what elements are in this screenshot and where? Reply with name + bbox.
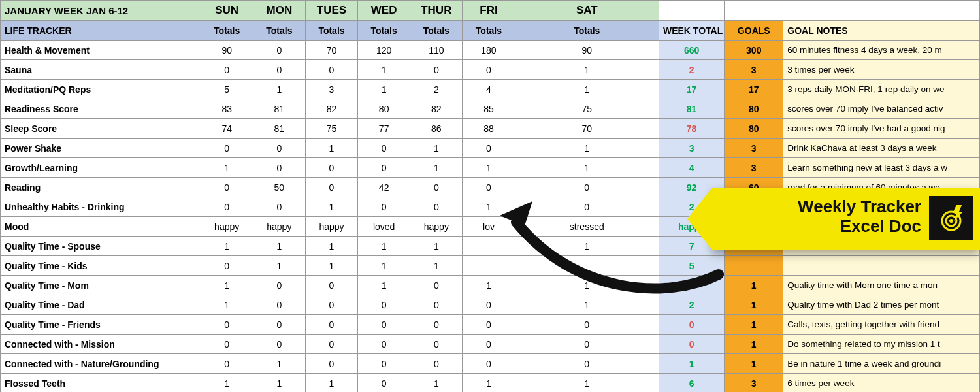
day-cell[interactable]: 0: [253, 295, 305, 315]
goal-cell[interactable]: 300: [725, 41, 783, 60]
day-cell[interactable]: 1: [253, 374, 305, 393]
day-cell[interactable]: [463, 237, 515, 256]
row-label[interactable]: Reading: [1, 178, 201, 197]
day-cell[interactable]: 110: [410, 41, 463, 60]
row-label[interactable]: Quality Time - Kids: [1, 256, 201, 276]
day-cell[interactable]: 1: [410, 374, 463, 393]
day-cell[interactable]: 1: [515, 374, 659, 393]
goal-cell[interactable]: [725, 217, 783, 237]
day-cell[interactable]: 83: [201, 99, 253, 119]
day-cell[interactable]: 86: [410, 119, 463, 139]
day-cell[interactable]: happy: [253, 217, 305, 237]
goal-note-cell[interactable]: scores over 70 imply I've had a good nig: [783, 119, 980, 139]
day-cell[interactable]: 1: [410, 237, 463, 256]
day-cell[interactable]: 0: [463, 295, 515, 315]
day-cell[interactable]: 85: [463, 99, 515, 119]
goal-cell[interactable]: 3: [725, 158, 783, 178]
day-cell[interactable]: 90: [201, 41, 253, 60]
day-cell[interactable]: 0: [358, 158, 410, 178]
day-cell[interactable]: 81: [253, 119, 305, 139]
day-cell[interactable]: 50: [253, 178, 305, 197]
day-cell[interactable]: 1: [201, 158, 253, 178]
day-cell[interactable]: 0: [463, 60, 515, 80]
row-label[interactable]: Growth/Learning: [1, 158, 201, 178]
goal-cell[interactable]: 1: [725, 276, 783, 295]
day-cell[interactable]: 75: [305, 119, 357, 139]
day-cell[interactable]: 4: [463, 80, 515, 99]
goal-cell[interactable]: [725, 197, 783, 217]
day-cell[interactable]: 70: [305, 41, 357, 60]
day-cell[interactable]: 0: [305, 60, 357, 80]
goal-note-cell[interactable]: read for a minimum of 60 minutes a we: [783, 178, 980, 197]
day-cell[interactable]: 1: [201, 374, 253, 393]
goal-cell[interactable]: 1: [725, 295, 783, 315]
goal-note-cell[interactable]: Do something related to my mission 1 t: [783, 335, 980, 354]
day-cell[interactable]: 180: [463, 41, 515, 60]
row-label[interactable]: Quality Time - Mom: [1, 276, 201, 295]
day-cell[interactable]: 77: [358, 119, 410, 139]
day-cell[interactable]: 0: [201, 178, 253, 197]
day-cell[interactable]: 0: [305, 178, 357, 197]
row-label[interactable]: Quality Time - Friends: [1, 315, 201, 335]
day-cell[interactable]: 1: [253, 256, 305, 276]
day-cell[interactable]: 1: [358, 237, 410, 256]
goal-note-cell[interactable]: 3 reps daily MON-FRI, 1 rep daily on we: [783, 80, 980, 99]
day-cell[interactable]: happy: [305, 217, 357, 237]
row-label[interactable]: Quality Time - Dad: [1, 295, 201, 315]
day-cell[interactable]: 0: [358, 354, 410, 374]
day-cell[interactable]: 0: [253, 60, 305, 80]
row-label[interactable]: Health & Movement: [1, 41, 201, 60]
day-cell[interactable]: 0: [253, 335, 305, 354]
day-cell[interactable]: happy: [410, 217, 463, 237]
day-cell[interactable]: 0: [463, 335, 515, 354]
day-cell[interactable]: 0: [201, 335, 253, 354]
goal-note-cell[interactable]: scores over 70 imply I've balanced activ: [783, 99, 980, 119]
day-cell[interactable]: 0: [410, 276, 463, 295]
day-cell[interactable]: 1: [463, 197, 515, 217]
day-cell[interactable]: 0: [515, 197, 659, 217]
day-cell[interactable]: 0: [463, 354, 515, 374]
goal-note-cell[interactable]: Be in nature 1 time a week and groundi: [783, 354, 980, 374]
day-cell[interactable]: 1: [410, 139, 463, 158]
row-label[interactable]: Mood: [1, 217, 201, 237]
day-cell[interactable]: 1: [515, 237, 659, 256]
goal-cell[interactable]: 80: [725, 119, 783, 139]
day-cell[interactable]: 0: [305, 295, 357, 315]
day-cell[interactable]: 0: [253, 139, 305, 158]
day-cell[interactable]: 1: [253, 354, 305, 374]
goal-note-cell[interactable]: 3 times per week: [783, 60, 980, 80]
day-cell[interactable]: 81: [253, 99, 305, 119]
goal-note-cell[interactable]: [783, 256, 980, 276]
day-cell[interactable]: 0: [358, 197, 410, 217]
day-cell[interactable]: 1: [463, 158, 515, 178]
day-cell[interactable]: 0: [253, 276, 305, 295]
goal-cell[interactable]: 3: [725, 139, 783, 158]
day-cell[interactable]: 1: [358, 276, 410, 295]
day-cell[interactable]: 80: [358, 99, 410, 119]
day-cell[interactable]: 0: [410, 295, 463, 315]
goal-note-cell[interactable]: Quality time with Dad 2 times per mont: [783, 295, 980, 315]
day-cell[interactable]: 1: [358, 256, 410, 276]
row-label[interactable]: Connected with - Mission: [1, 335, 201, 354]
day-cell[interactable]: 0: [463, 178, 515, 197]
day-cell[interactable]: 82: [410, 99, 463, 119]
day-cell[interactable]: 74: [201, 119, 253, 139]
day-cell[interactable]: happy: [201, 217, 253, 237]
day-cell[interactable]: loved: [358, 217, 410, 237]
day-cell[interactable]: 0: [410, 197, 463, 217]
day-cell[interactable]: 1: [410, 158, 463, 178]
day-cell[interactable]: 0: [410, 354, 463, 374]
row-label[interactable]: Readiness Score: [1, 99, 201, 119]
day-cell[interactable]: 1: [463, 374, 515, 393]
row-label[interactable]: Power Shake: [1, 139, 201, 158]
day-cell[interactable]: 1: [305, 237, 357, 256]
day-cell[interactable]: 5: [201, 80, 253, 99]
row-label[interactable]: Sauna: [1, 60, 201, 80]
row-label[interactable]: Flossed Teeth: [1, 374, 201, 393]
day-cell[interactable]: 1: [305, 256, 357, 276]
day-cell[interactable]: 0: [201, 139, 253, 158]
goal-cell[interactable]: 80: [725, 99, 783, 119]
day-cell[interactable]: 0: [201, 256, 253, 276]
row-label[interactable]: Quality Time - Spouse: [1, 237, 201, 256]
day-cell[interactable]: 0: [201, 60, 253, 80]
